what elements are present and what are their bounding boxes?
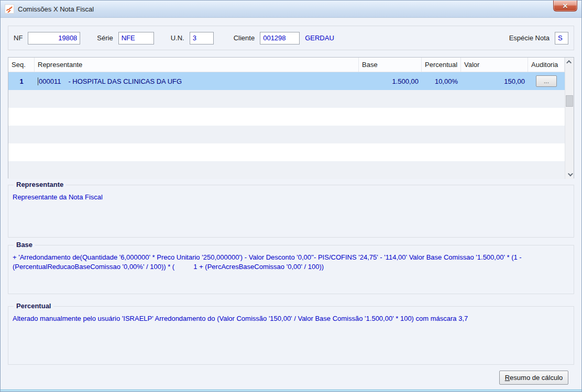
serie-label: Série — [97, 34, 113, 42]
resumo-accel-letter: R — [505, 374, 510, 382]
cell-percentual: 10,00% — [422, 77, 461, 85]
representante-code[interactable]: 000011 — [38, 77, 61, 85]
percentual-formula-text: Alterado manualmente pelo usuário 'ISRAE… — [13, 314, 569, 323]
scroll-up-icon[interactable] — [565, 58, 574, 66]
base-groupbox: Base + 'Arredondamento de(Quantidade '6,… — [8, 245, 574, 294]
window-title: Comissões X Nota Fiscal — [18, 5, 94, 13]
un-field-group: U.N. — [171, 32, 214, 44]
cell-representante[interactable]: 000011 - HOSPITAL DAS CLINICAS DA UFG — [35, 77, 359, 85]
grid-empty-row[interactable] — [8, 161, 565, 179]
scroll-down-icon[interactable] — [565, 170, 574, 179]
representante-groupbox: Representante Representante da Nota Fisc… — [8, 185, 574, 238]
especie-field-group: Espécie Nota — [509, 32, 568, 44]
cell-base: 1.500,00 — [359, 77, 422, 85]
serie-input[interactable] — [118, 32, 154, 44]
grid-empty-row[interactable] — [8, 143, 565, 161]
representante-group-title: Representante — [14, 181, 66, 188]
serie-field-group: Série — [97, 32, 153, 44]
cliente-label: Cliente — [234, 34, 255, 42]
un-input[interactable] — [190, 32, 214, 44]
grid-empty-row[interactable] — [8, 90, 565, 108]
comissoes-window: Comissões X Nota Fiscal ✕ NF Série U.N. … — [0, 0, 582, 392]
especie-nota-input[interactable] — [555, 32, 568, 44]
scrollbar-thumb[interactable] — [566, 95, 573, 107]
commissions-grid: Seq. Representante Base Percentual Valor… — [8, 57, 574, 178]
grid-header-row: Seq. Representante Base Percentual Valor… — [8, 58, 565, 72]
un-label: U.N. — [171, 34, 184, 42]
nf-label: NF — [14, 34, 23, 42]
cliente-name-text: GERDAU — [305, 34, 334, 42]
cliente-field-group: Cliente GERDAU — [234, 32, 334, 44]
cliente-input[interactable] — [260, 32, 300, 44]
representante-group-text: Representante da Nota Fiscal — [13, 193, 569, 202]
auditoria-ellipsis-button[interactable]: ... — [536, 75, 557, 87]
col-header-auditoria[interactable]: Auditoria — [528, 58, 565, 72]
cell-seq: 1 — [8, 77, 35, 85]
nf-input[interactable] — [28, 32, 80, 44]
col-header-valor[interactable]: Valor — [461, 58, 528, 72]
grid-row-selected[interactable]: 1 000011 - HOSPITAL DAS CLINICAS DA UFG … — [8, 72, 565, 90]
col-header-base[interactable]: Base — [359, 58, 422, 72]
cell-valor: 150,00 — [461, 77, 528, 85]
col-header-representante[interactable]: Representante — [35, 58, 359, 72]
percentual-group-title: Percentual — [14, 302, 53, 310]
grid-vertical-scrollbar[interactable] — [565, 58, 574, 179]
cell-auditoria: ... — [528, 75, 565, 87]
grid-empty-row[interactable] — [8, 108, 565, 126]
title-bar[interactable]: Comissões X Nota Fiscal ✕ — [1, 1, 581, 18]
especie-nota-label: Espécie Nota — [509, 34, 550, 42]
grid-empty-row[interactable] — [8, 126, 565, 143]
col-header-percentual[interactable]: Percentual — [422, 58, 461, 72]
base-formula-text: + 'Arredondamento de(Quantidade '6,00000… — [13, 253, 569, 272]
header-form-panel: NF Série U.N. Cliente GERDAU Espécie Not… — [8, 26, 574, 50]
nf-field-group: NF — [14, 32, 80, 44]
app-icon — [5, 4, 14, 14]
resumo-de-calculo-button[interactable]: Resumo de cálculo — [499, 371, 568, 385]
resumo-label-rest: esumo de cálculo — [510, 374, 563, 382]
base-group-title: Base — [14, 241, 35, 249]
col-header-seq[interactable]: Seq. — [8, 58, 35, 72]
window-bottom-border — [1, 389, 581, 391]
close-button[interactable]: ✕ — [553, 1, 577, 12]
percentual-groupbox: Percentual Alterado manualmente pelo usu… — [8, 306, 574, 365]
representante-name: - HOSPITAL DAS CLINICAS DA UFG — [68, 77, 182, 85]
